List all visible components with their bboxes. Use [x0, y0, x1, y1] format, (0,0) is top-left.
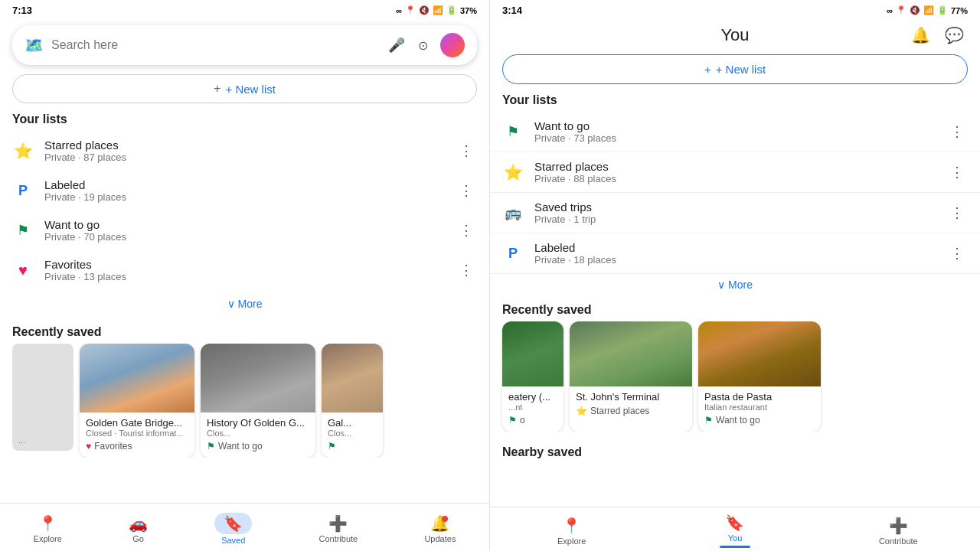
right-header-icons: 🔔 💬 — [906, 21, 968, 49]
list-more-labeled[interactable]: ⋮ — [456, 180, 477, 201]
right-list-item-want-to-go[interactable]: ⚑ Want to go Private · 73 places ⋮ — [490, 112, 980, 152]
right-recently-saved-title: Recently saved — [490, 295, 980, 321]
nav-item-updates[interactable]: 🔔 Updates — [412, 511, 468, 546]
nav-item-saved[interactable]: 🔖 Saved — [202, 510, 264, 548]
list-item-starred[interactable]: ⭐ Starred places Private · 87 places ⋮ — [0, 131, 489, 171]
right-nav-item-explore[interactable]: 📍 Explore — [547, 517, 596, 546]
left-panel: 7:13 ∞ 📍 🔇 📶 🔋 37% 🗺️ Search here 🎤 ⊙ + … — [0, 0, 490, 551]
right-list-more-saved-trips[interactable]: ⋮ — [946, 202, 968, 223]
right-card-body-stjohns: St. John's Terminal ⭐ Starred places — [570, 386, 692, 422]
list-meta-labeled: Private · 19 places — [44, 191, 445, 203]
bell-button[interactable]: 🔔 — [906, 21, 934, 49]
maps-logo-icon: 🗺️ — [24, 36, 44, 54]
right-you-icon: 🔖 — [725, 514, 744, 532]
right-card-img-eatery — [502, 321, 564, 386]
list-more-starred[interactable]: ⋮ — [456, 140, 477, 161]
nav-item-explore[interactable]: 📍 Explore — [21, 511, 74, 546]
heart-icon: ♥ — [12, 259, 34, 281]
avatar[interactable] — [440, 33, 465, 57]
list-item-favorites[interactable]: ♥ Favorites Private · 13 places ⋮ — [0, 250, 489, 290]
list-item-want-to-go[interactable]: ⚑ Want to go Private · 70 places ⋮ — [0, 210, 489, 250]
right-new-list-button[interactable]: + + New list — [502, 54, 968, 84]
list-name-favorites: Favorites — [44, 258, 445, 271]
search-placeholder[interactable]: Search here — [51, 38, 381, 52]
right-list-more-want-to-go[interactable]: ⋮ — [946, 121, 968, 142]
right-list-meta-want-to-go: Private · 73 places — [534, 132, 936, 144]
right-more-label: More — [728, 279, 753, 291]
camera-search-icon[interactable]: ⊙ — [414, 37, 431, 54]
right-nav-item-you[interactable]: 🔖 You — [710, 514, 760, 548]
right-list-item-labeled[interactable]: P Labeled Private · 18 places ⋮ — [490, 233, 980, 274]
new-list-button[interactable]: + + New list — [12, 74, 477, 103]
right-saved-cards-row: eatery (... ...nt ⚑ o St. John's Termina… — [490, 321, 980, 432]
card-name-gallery: Gal... — [328, 417, 377, 429]
card-name-golden-gate: Golden Gate Bridge... — [86, 417, 188, 429]
more-label: More — [238, 298, 263, 310]
saved-card-history[interactable]: History Of Golden G... Clos... ⚑ Want to… — [201, 344, 315, 458]
explore-nav-label: Explore — [34, 534, 62, 543]
right-list-more-labeled[interactable]: ⋮ — [946, 243, 968, 264]
go-nav-label: Go — [132, 534, 144, 543]
list-info-starred: Starred places Private · 87 places — [44, 139, 445, 163]
right-contribute-icon: ➕ — [889, 517, 908, 535]
right-card-name-eatery: eatery (... — [508, 391, 557, 403]
stjohns-tag-icon: ⭐ — [576, 406, 587, 416]
right-more-button[interactable]: ∨ More — [490, 274, 980, 295]
right-scroll-content: Your lists ⚑ Want to go Private · 73 pla… — [490, 90, 980, 507]
eatery-tag-icon: ⚑ — [508, 415, 517, 425]
nearby-saved-title: Nearby saved — [490, 438, 980, 462]
label-icon: P — [12, 180, 34, 201]
card-status-gallery: Clos... — [328, 429, 377, 438]
right-list-info-starred: Starred places Private · 88 places — [534, 160, 936, 184]
list-more-favorites[interactable]: ⋮ — [456, 259, 477, 281]
explore-nav-icon: 📍 — [38, 514, 57, 533]
contribute-nav-label: Contribute — [318, 534, 358, 543]
saved-card-placeholder[interactable]: ... — [12, 344, 74, 451]
right-contribute-label: Contribute — [879, 536, 918, 546]
flag-icon: ⚑ — [12, 220, 34, 241]
chat-button[interactable]: 💬 — [940, 21, 968, 49]
eatery-tag-label: o — [520, 415, 525, 425]
right-list-item-starred[interactable]: ⭐ Starred places Private · 88 places ⋮ — [490, 152, 980, 193]
left-scroll-content: Your lists ⭐ Starred places Private · 87… — [0, 109, 489, 503]
search-bar[interactable]: 🗺️ Search here 🎤 ⊙ — [12, 25, 477, 65]
list-more-want-to-go[interactable]: ⋮ — [456, 220, 477, 241]
right-nav-item-contribute[interactable]: ➕ Contribute — [874, 517, 923, 546]
right-list-item-saved-trips[interactable]: 🚌 Saved trips Private · 1 trip ⋮ — [490, 193, 980, 233]
list-meta-favorites: Private · 13 places — [44, 271, 445, 282]
right-time: 3:14 — [502, 5, 522, 16]
pasta-tag-icon: ⚑ — [704, 415, 713, 425]
saved-cards-row: ... Golden Gate Bridge... Closed · Touri… — [0, 344, 489, 458]
card-body-gallery: Gal... Clos... ⚑ — [322, 412, 383, 458]
recently-saved-title: Recently saved — [0, 318, 489, 344]
right-card-pasta[interactable]: Pasta de Pasta Italian restaurant ⚑ Want… — [698, 321, 821, 432]
search-bar-container: 🗺️ Search here 🎤 ⊙ — [0, 19, 489, 71]
card-image-golden-gate — [80, 344, 194, 412]
right-list-more-starred[interactable]: ⋮ — [946, 161, 968, 183]
right-card-stjohns[interactable]: St. John's Terminal ⭐ Starred places — [570, 321, 692, 432]
saved-card-golden-gate[interactable]: Golden Gate Bridge... Closed · Tourist i… — [80, 344, 194, 458]
new-list-plus-icon: + — [214, 82, 220, 96]
card-status-golden-gate: Closed · Tourist informat... — [86, 429, 188, 438]
list-info-want-to-go: Want to go Private · 70 places — [44, 218, 445, 243]
nav-item-contribute[interactable]: ➕ Contribute — [306, 511, 370, 546]
saved-nav-icon: 🔖 — [224, 515, 243, 532]
list-info-favorites: Favorites Private · 13 places — [44, 258, 445, 282]
right-card-eatery[interactable]: eatery (... ...nt ⚑ o — [502, 321, 564, 432]
card-tag-label-history: Want to go — [218, 441, 263, 452]
star-icon: ⭐ — [12, 140, 34, 161]
right-list-meta-starred: Private · 88 places — [534, 173, 936, 184]
more-button[interactable]: ∨ More — [0, 292, 489, 316]
right-you-label: You — [728, 533, 743, 543]
right-panel: 3:14 ∞ 📍 🔇 📶 🔋 77% You 🔔 💬 + + New list … — [490, 0, 980, 551]
list-item-labeled[interactable]: P Labeled Private · 19 places ⋮ — [0, 171, 489, 210]
card-tag-history: ⚑ Want to go — [207, 441, 309, 452]
right-bus-icon: 🚌 — [502, 202, 524, 223]
stjohns-tag-label: Starred places — [590, 406, 649, 416]
saved-card-gallery[interactable]: Gal... Clos... ⚑ — [322, 344, 383, 458]
microphone-icon[interactable]: 🎤 — [388, 37, 405, 54]
right-label-icon: P — [502, 243, 524, 264]
card-body-golden-gate: Golden Gate Bridge... Closed · Tourist i… — [80, 412, 194, 458]
new-list-label: + New list — [225, 83, 275, 96]
nav-item-go[interactable]: 🚗 Go — [116, 511, 160, 546]
